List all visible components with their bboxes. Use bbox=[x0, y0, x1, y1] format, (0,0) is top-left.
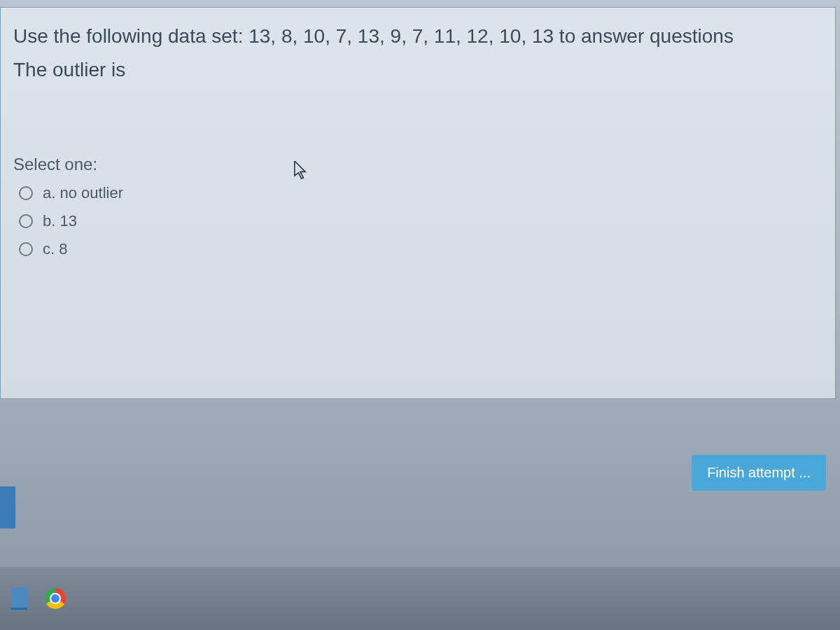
radio-c[interactable] bbox=[19, 242, 33, 256]
select-one-label: Select one: bbox=[13, 155, 818, 174]
question-prompt-line2: The outlier is bbox=[13, 55, 818, 85]
option-row-b[interactable]: b. 13 bbox=[19, 212, 818, 230]
radio-a[interactable] bbox=[19, 186, 33, 200]
taskbar-file-explorer[interactable] bbox=[7, 583, 31, 614]
option-row-a[interactable]: a. no outlier bbox=[19, 184, 818, 202]
option-row-c[interactable]: c. 8 bbox=[19, 240, 818, 258]
file-explorer-icon bbox=[10, 587, 27, 610]
chrome-icon bbox=[45, 588, 66, 609]
taskbar-chrome[interactable] bbox=[43, 583, 67, 614]
option-label-c[interactable]: c. 8 bbox=[43, 240, 67, 258]
option-label-a[interactable]: a. no outlier bbox=[43, 184, 123, 202]
option-label-b[interactable]: b. 13 bbox=[43, 212, 77, 230]
window-edge-indicator bbox=[0, 486, 15, 528]
taskbar bbox=[0, 567, 840, 630]
question-prompt-line1: Use the following data set: 13, 8, 10, 7… bbox=[13, 22, 818, 51]
radio-b[interactable] bbox=[19, 214, 33, 228]
finish-attempt-button[interactable]: Finish attempt ... bbox=[692, 455, 826, 491]
question-card: Use the following data set: 13, 8, 10, 7… bbox=[0, 7, 836, 399]
